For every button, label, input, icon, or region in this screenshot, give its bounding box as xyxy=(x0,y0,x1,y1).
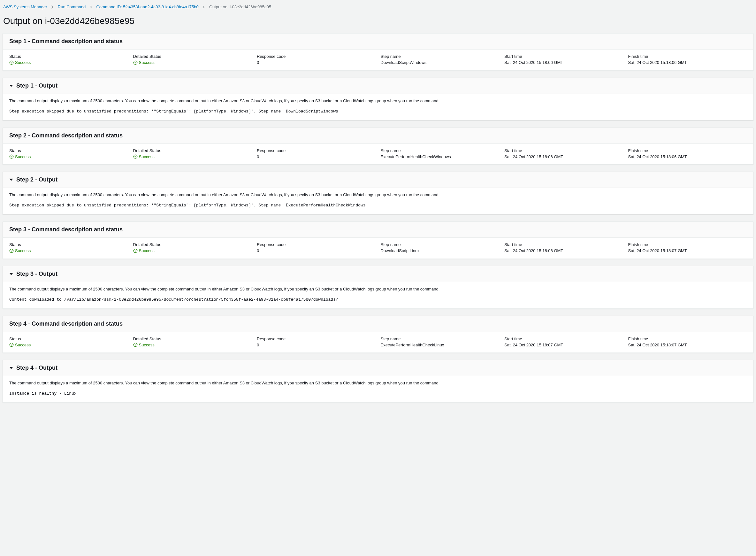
response-code-value: 0 xyxy=(257,248,375,253)
chevron-right-icon xyxy=(51,5,54,9)
response-code-label: Response code xyxy=(257,148,375,153)
finish-time-label: Finish time xyxy=(628,242,747,247)
finish-time-value: Sat, 24 Oct 2020 15:18:07 GMT xyxy=(628,343,747,347)
status-label: Status xyxy=(9,242,128,247)
start-time-value: Sat, 24 Oct 2020 15:18:06 GMT xyxy=(504,154,623,159)
finish-time-value: Sat, 24 Oct 2020 15:18:06 GMT xyxy=(628,154,747,159)
detailed-status-label: Detailed Status xyxy=(133,54,252,59)
caret-down-icon xyxy=(9,273,13,275)
panel-title: Step 2 - Output xyxy=(16,176,58,183)
chevron-right-icon xyxy=(89,5,93,9)
chevron-right-icon xyxy=(202,5,205,9)
status-success: Success xyxy=(9,343,31,347)
detailed-status-success: Success xyxy=(133,60,154,65)
detailed-status-success: Success xyxy=(133,248,154,253)
start-time-label: Start time xyxy=(504,148,623,153)
detailed-status-success: Success xyxy=(133,343,154,347)
step-name-label: Step name xyxy=(381,337,500,341)
status-success: Success xyxy=(9,248,31,253)
start-time-value: Sat, 24 Oct 2020 15:18:06 GMT xyxy=(504,248,623,253)
start-time-label: Start time xyxy=(504,242,623,247)
detailed-status-label: Detailed Status xyxy=(133,242,252,247)
success-check-icon xyxy=(133,343,138,347)
step-name-value: DownloadScriptWindows xyxy=(381,60,500,65)
step-name-label: Step name xyxy=(381,54,500,59)
detailed-status-success: Success xyxy=(133,154,154,159)
start-time-label: Start time xyxy=(504,54,623,59)
success-check-icon xyxy=(133,249,138,253)
finish-time-value: Sat, 24 Oct 2020 15:18:06 GMT xyxy=(628,60,747,65)
breadcrumb-link[interactable]: Command ID: 5fc4358f-aae2-4a93-81a4-cb8f… xyxy=(96,4,199,9)
output-text: Step execution skipped due to unsatisfie… xyxy=(9,202,747,210)
step-name-value: DownloadScriptLinux xyxy=(381,248,500,253)
step-description-panel: Step 2 - Command description and status … xyxy=(3,128,753,165)
output-note: The command output displays a maximum of… xyxy=(9,98,747,103)
step-output-panel: Step 4 - Output The command output displ… xyxy=(3,360,753,403)
detailed-status-label: Detailed Status xyxy=(133,148,252,153)
output-note: The command output displays a maximum of… xyxy=(9,381,747,385)
status-label: Status xyxy=(9,337,128,341)
response-code-value: 0 xyxy=(257,60,375,65)
breadcrumb-link[interactable]: AWS Systems Manager xyxy=(3,4,47,9)
step-output-panel: Step 2 - Output The command output displ… xyxy=(3,172,753,214)
panel-title: Step 3 - Command description and status xyxy=(9,226,747,233)
step-output-panel: Step 1 - Output The command output displ… xyxy=(3,78,753,120)
success-check-icon xyxy=(9,154,14,159)
response-code-label: Response code xyxy=(257,337,375,341)
response-code-label: Response code xyxy=(257,242,375,247)
output-text: Instance is healthy - Linux xyxy=(9,390,747,398)
status-success: Success xyxy=(9,154,31,159)
response-code-label: Response code xyxy=(257,54,375,59)
start-time-value: Sat, 24 Oct 2020 15:18:06 GMT xyxy=(504,60,623,65)
output-toggle[interactable]: Step 4 - Output xyxy=(9,364,747,371)
status-label: Status xyxy=(9,54,128,59)
step-output-panel: Step 3 - Output The command output displ… xyxy=(3,266,753,309)
detailed-status-label: Detailed Status xyxy=(133,337,252,341)
finish-time-label: Finish time xyxy=(628,54,747,59)
status-label: Status xyxy=(9,148,128,153)
response-code-value: 0 xyxy=(257,154,375,159)
output-note: The command output displays a maximum of… xyxy=(9,287,747,291)
output-text: Content downloaded to /var/lib/amazon/ss… xyxy=(9,296,747,304)
breadcrumb-current: Output on: i-03e2dd426be985e95 xyxy=(209,4,271,9)
step-name-label: Step name xyxy=(381,242,500,247)
breadcrumb-link[interactable]: Run Command xyxy=(58,4,85,9)
response-code-value: 0 xyxy=(257,343,375,347)
step-description-panel: Step 3 - Command description and status … xyxy=(3,221,753,259)
step-description-panel: Step 1 - Command description and status … xyxy=(3,33,753,71)
success-check-icon xyxy=(9,343,14,347)
status-success: Success xyxy=(9,60,31,65)
output-toggle[interactable]: Step 2 - Output xyxy=(9,176,747,183)
output-toggle[interactable]: Step 3 - Output xyxy=(9,271,747,277)
step-name-value: ExecutePerformHealthCheckWindows xyxy=(381,154,500,159)
breadcrumb: AWS Systems Manager Run Command Command … xyxy=(3,3,753,14)
success-check-icon xyxy=(133,60,138,65)
success-check-icon xyxy=(9,249,14,253)
page-title: Output on i-03e2dd426be985e95 xyxy=(3,16,753,26)
output-text: Step execution skipped due to unsatisfie… xyxy=(9,108,747,116)
panel-title: Step 1 - Command description and status xyxy=(9,38,747,45)
finish-time-label: Finish time xyxy=(628,337,747,341)
panel-title: Step 3 - Output xyxy=(16,271,58,277)
panel-title: Step 2 - Command description and status xyxy=(9,132,747,139)
step-name-value: ExecutePerformHealthCheckLinux xyxy=(381,343,500,347)
panel-title: Step 4 - Output xyxy=(16,364,58,371)
start-time-label: Start time xyxy=(504,337,623,341)
success-check-icon xyxy=(133,154,138,159)
caret-down-icon xyxy=(9,367,13,369)
finish-time-label: Finish time xyxy=(628,148,747,153)
panel-title: Step 1 - Output xyxy=(16,82,58,89)
finish-time-value: Sat, 24 Oct 2020 15:18:07 GMT xyxy=(628,248,747,253)
caret-down-icon xyxy=(9,85,13,87)
success-check-icon xyxy=(9,60,14,65)
panel-title: Step 4 - Command description and status xyxy=(9,320,747,327)
start-time-value: Sat, 24 Oct 2020 15:18:07 GMT xyxy=(504,343,623,347)
step-name-label: Step name xyxy=(381,148,500,153)
caret-down-icon xyxy=(9,179,13,181)
output-toggle[interactable]: Step 1 - Output xyxy=(9,82,747,89)
output-note: The command output displays a maximum of… xyxy=(9,193,747,197)
step-description-panel: Step 4 - Command description and status … xyxy=(3,316,753,353)
